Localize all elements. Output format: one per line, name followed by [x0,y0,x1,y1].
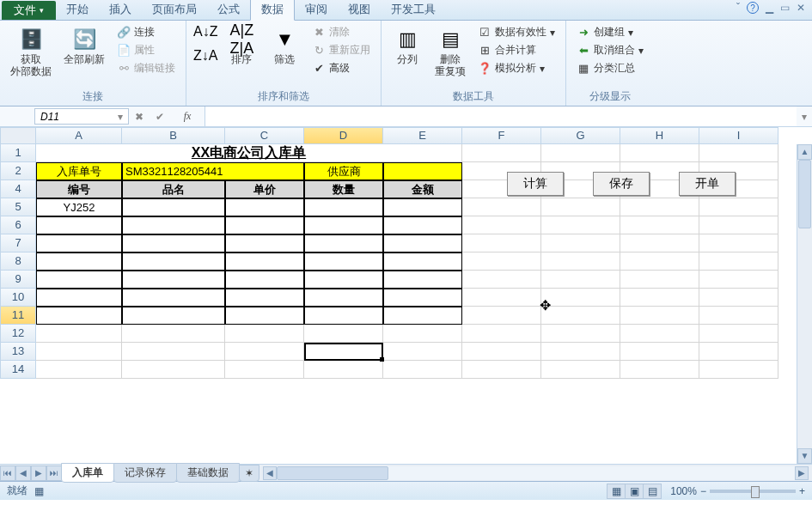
sheet-tab-0[interactable]: 入库单 [61,463,114,483]
select-all-corner[interactable] [0,127,36,144]
text-to-columns-button[interactable]: ▥ 分列 [388,24,426,67]
cell-A5[interactable]: YJ252 [36,198,122,216]
remove-duplicates-button[interactable]: ▤ 删除 重复项 [431,24,469,79]
tab-nav-first-icon[interactable]: ⏮ [0,465,15,481]
row-header[interactable]: 8 [0,252,36,271]
properties-button[interactable]: 📄属性 [113,42,179,58]
row-header[interactable]: 4 [0,180,36,198]
scroll-right-icon[interactable]: ▶ [795,466,809,480]
col-header-I[interactable]: I [699,127,778,144]
sheet-tab-1[interactable]: 记录保存 [113,463,177,483]
macro-record-icon[interactable]: ▦ [34,485,44,497]
scroll-down-icon[interactable]: ▼ [797,448,812,464]
cell-D11[interactable] [304,307,383,325]
horizontal-scrollbar[interactable]: ◀ ▶ [263,466,809,480]
chevron-down-icon[interactable]: ▾ [118,111,123,123]
row-header[interactable]: 1 [0,144,36,162]
cell-C4[interactable]: 单价 [225,180,304,198]
zoom-level[interactable]: 100% [670,485,697,497]
row-header[interactable]: 14 [0,361,36,379]
tab-review[interactable]: 审阅 [295,0,338,20]
cell-B2[interactable]: SM3321128205441 [122,162,304,180]
window-min-icon[interactable]: ▁ [766,2,773,14]
data-validation-button[interactable]: ☑数据有效性 ▾ [474,24,559,40]
tab-nav-prev-icon[interactable]: ◀ [15,465,31,481]
edit-links-button[interactable]: ⚯编辑链接 [113,60,179,76]
tab-formulas[interactable]: 公式 [207,0,250,20]
scroll-left-icon[interactable]: ◀ [263,466,277,480]
zoom-out-icon[interactable]: − [700,485,706,497]
cell-E4[interactable]: 金额 [383,180,462,198]
calc-button[interactable]: 计算 [507,172,564,196]
view-normal-icon[interactable]: ▦ [607,484,626,499]
row-header[interactable]: 9 [0,271,36,289]
scroll-thumb[interactable] [798,160,811,228]
consolidate-button[interactable]: ⊞合并计算 [474,42,559,58]
expand-formula-icon[interactable]: ▾ [797,111,812,123]
tab-insert[interactable]: 插入 [99,0,142,20]
tab-data[interactable]: 数据 [250,0,295,21]
cell-B4[interactable]: 品名 [122,180,225,198]
vertical-scrollbar[interactable]: ▲ ▼ [797,144,812,464]
clear-filter-button[interactable]: ✖清除 [308,24,374,40]
advanced-filter-button[interactable]: ✔高级 [308,60,374,76]
sort-desc-icon[interactable]: Z↓A [193,48,217,64]
sheet-tab-2[interactable]: 基础数据 [176,463,240,483]
open-button[interactable]: 开单 [679,172,736,196]
cell-E2[interactable] [383,162,462,180]
zoom-in-icon[interactable]: + [799,485,805,497]
cell-D2[interactable]: 供应商 [304,162,383,180]
new-sheet-icon[interactable]: ✶ [239,465,259,482]
sort-asc-icon[interactable]: A↓Z [193,24,217,40]
col-header-D[interactable]: D [304,127,383,144]
col-header-B[interactable]: B [122,127,225,144]
col-header-F[interactable]: F [462,127,541,144]
cell-A2[interactable]: 入库单号 [36,162,122,180]
col-header-A[interactable]: A [36,127,122,144]
ungroup-button[interactable]: ⬅取消组合 ▾ [573,42,647,58]
get-external-data-button[interactable]: 🗄️ 获取 外部数据 [7,24,55,79]
row-header[interactable]: 2 [0,162,36,180]
tab-page-layout[interactable]: 页面布局 [142,0,207,20]
row-header[interactable]: 7 [0,234,36,252]
row-header[interactable]: 13 [0,343,36,361]
help-icon[interactable]: ? [747,2,759,14]
whatif-button[interactable]: ❓模拟分析 ▾ [474,60,559,76]
tab-nav-next-icon[interactable]: ▶ [31,465,46,481]
name-box[interactable]: D11 ▾ [34,108,129,125]
refresh-all-button[interactable]: 🔄 全部刷新 [60,24,108,67]
col-header-C[interactable]: C [225,127,304,144]
tab-nav-last-icon[interactable]: ⏭ [46,465,62,481]
col-header-E[interactable]: E [383,127,462,144]
row-header[interactable]: 11 [0,307,36,325]
col-header-G[interactable]: G [541,127,620,144]
row-header[interactable]: 12 [0,325,36,343]
filter-button[interactable]: ▼ 筛选 [266,24,303,67]
view-pagebreak-icon[interactable]: ▤ [643,484,662,499]
row-header[interactable]: 5 [0,198,36,216]
fx-icon[interactable]: fx [170,110,205,123]
zoom-slider[interactable] [710,490,796,493]
tab-home[interactable]: 开始 [56,0,99,20]
tab-view[interactable]: 视图 [338,0,381,20]
sort-button[interactable]: A|ZZ|A 排序 [223,24,260,67]
col-header-H[interactable]: H [620,127,699,144]
worksheet-grid[interactable]: A B C D E F G H I 1 XX电商公司入库单 2 入库单号 SM3… [0,127,812,464]
formula-input[interactable] [205,106,797,126]
group-button[interactable]: ➜创建组 ▾ [573,24,647,40]
ribbon-minimize-icon[interactable]: ˇ [736,2,740,14]
row-header[interactable]: 10 [0,289,36,307]
scroll-up-icon[interactable]: ▲ [797,144,812,160]
file-tab[interactable]: 文件 [2,1,56,20]
tab-developer[interactable]: 开发工具 [381,0,446,20]
window-restore-icon[interactable]: ▭ [780,2,790,14]
view-pagelayout-icon[interactable]: ▣ [625,484,644,499]
title-cell[interactable]: XX电商公司入库单 [36,144,462,162]
subtotal-button[interactable]: ▦分类汇总 [573,60,647,76]
row-header[interactable]: 6 [0,216,36,234]
hscroll-thumb[interactable] [277,466,388,480]
window-close-icon[interactable]: ✕ [797,2,805,14]
reapply-button[interactable]: ↻重新应用 [308,42,374,58]
connections-button[interactable]: 🔗连接 [113,24,179,40]
cell-A4[interactable]: 编号 [36,180,122,198]
